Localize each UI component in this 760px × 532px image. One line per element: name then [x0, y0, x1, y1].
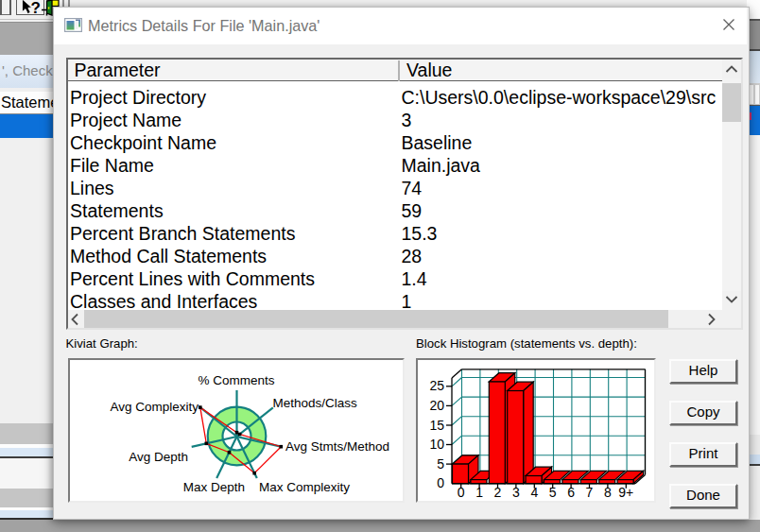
svg-text:?: ?: [31, 0, 41, 15]
svg-text:9+: 9+: [618, 485, 633, 500]
svg-text:10: 10: [429, 437, 444, 452]
svg-text:2: 2: [494, 485, 502, 500]
svg-text:7: 7: [586, 485, 594, 500]
svg-text:5: 5: [549, 485, 557, 500]
svg-text:3: 3: [512, 485, 520, 500]
svg-text:5: 5: [437, 456, 444, 472]
svg-text:Avg Complexity: Avg Complexity: [110, 400, 199, 414]
svg-text:Methods/Class: Methods/Class: [273, 396, 358, 410]
svg-text:Max Depth: Max Depth: [183, 480, 245, 494]
svg-text:1: 1: [475, 485, 483, 500]
svg-text:25: 25: [429, 378, 444, 393]
svg-text:Max Complexity: Max Complexity: [259, 480, 350, 494]
svg-text:Avg Depth: Avg Depth: [129, 450, 188, 464]
svg-text:20: 20: [429, 398, 444, 413]
svg-text:4: 4: [530, 485, 538, 500]
svg-text:6: 6: [567, 485, 575, 500]
svg-text:% Comments: % Comments: [198, 373, 274, 387]
svg-text:15: 15: [429, 418, 444, 433]
svg-text:0: 0: [437, 475, 444, 490]
svg-text:8: 8: [604, 485, 612, 500]
svg-text:0: 0: [458, 485, 465, 500]
svg-text:Avg Stmts/Method: Avg Stmts/Method: [285, 439, 389, 454]
